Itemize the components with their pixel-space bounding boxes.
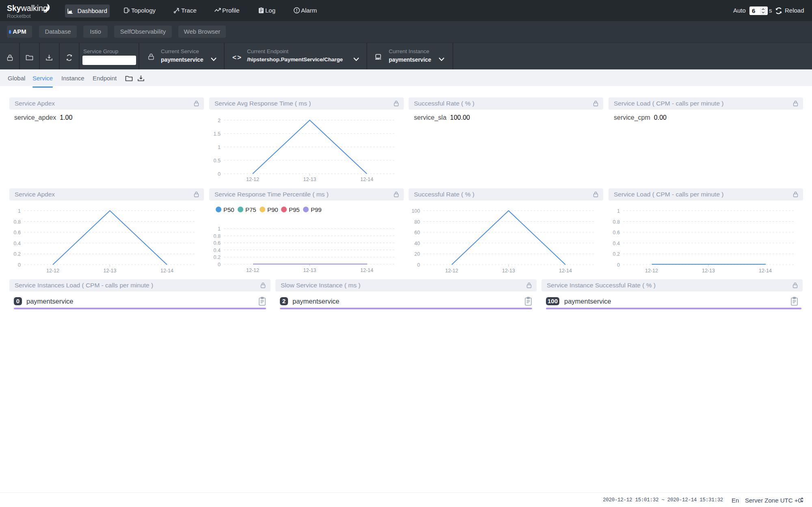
svg-text:1.5: 1.5 (214, 131, 221, 137)
svg-text:12-14: 12-14 (559, 268, 572, 274)
svg-text:12-14: 12-14 (360, 268, 373, 273)
svg-text:P50: P50 (223, 206, 234, 213)
svg-text:1: 1 (617, 208, 620, 214)
svg-text:12-14: 12-14 (160, 268, 173, 274)
svg-text:12-12: 12-12 (445, 268, 458, 274)
svg-text:60: 60 (414, 230, 420, 235)
svg-text:12-14: 12-14 (759, 268, 772, 274)
svg-text:40: 40 (414, 241, 420, 246)
svg-text:12-12: 12-12 (46, 268, 59, 274)
svg-text:0.6: 0.6 (613, 230, 620, 235)
svg-text:1: 1 (218, 226, 221, 232)
svg-text:0.8: 0.8 (613, 219, 620, 225)
svg-text:0: 0 (617, 262, 620, 268)
svg-text:0.2: 0.2 (214, 255, 221, 260)
svg-text:12-13: 12-13 (303, 177, 316, 182)
svg-text:0.6: 0.6 (14, 230, 21, 235)
svg-text:P99: P99 (311, 206, 322, 213)
svg-text:12-14: 12-14 (360, 177, 373, 182)
svg-text:12-13: 12-13 (502, 268, 515, 274)
svg-text:0.2: 0.2 (613, 251, 620, 257)
svg-text:1: 1 (218, 145, 221, 150)
svg-text:80: 80 (414, 219, 420, 225)
svg-text:0.5: 0.5 (214, 158, 221, 164)
svg-text:12-13: 12-13 (104, 268, 117, 274)
svg-text:0: 0 (218, 262, 221, 268)
svg-text:12-13: 12-13 (303, 268, 316, 273)
svg-text:12-12: 12-12 (246, 268, 259, 273)
svg-text:0.4: 0.4 (14, 241, 21, 246)
svg-text:100: 100 (411, 208, 420, 214)
svg-text:12-12: 12-12 (645, 268, 658, 274)
svg-text:0.4: 0.4 (613, 241, 620, 246)
svg-text:20: 20 (414, 251, 420, 257)
svg-text:12-12: 12-12 (246, 177, 259, 182)
svg-text:P90: P90 (267, 206, 278, 213)
svg-text:0.8: 0.8 (14, 219, 21, 225)
svg-text:12-13: 12-13 (702, 268, 715, 274)
svg-text:0.4: 0.4 (214, 248, 221, 253)
svg-text:P95: P95 (289, 206, 300, 213)
svg-text:0: 0 (218, 171, 221, 177)
svg-text:0: 0 (18, 262, 21, 268)
svg-text:1: 1 (18, 208, 21, 214)
svg-text:0.8: 0.8 (214, 233, 221, 239)
svg-text:0: 0 (417, 262, 420, 268)
svg-text:0.2: 0.2 (14, 251, 21, 257)
svg-text:2: 2 (218, 118, 221, 123)
svg-text:0.6: 0.6 (214, 240, 221, 246)
svg-text:P75: P75 (245, 206, 256, 213)
